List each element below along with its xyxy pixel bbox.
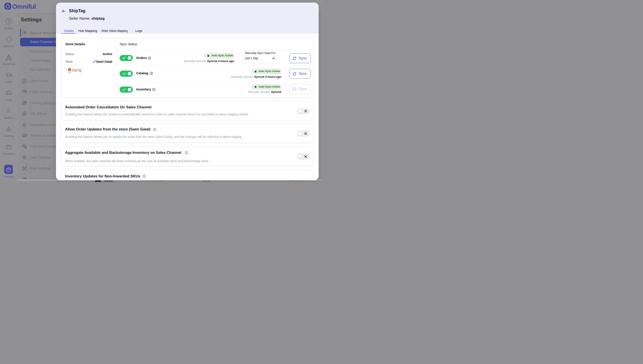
svg-text:ShipTag: ShipTag <box>72 68 82 72</box>
svg-text:Omniful: Omniful <box>12 3 36 10</box>
